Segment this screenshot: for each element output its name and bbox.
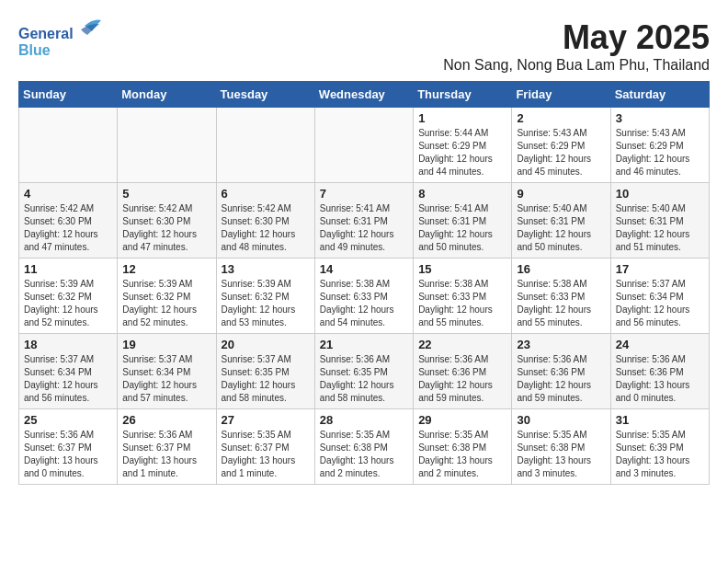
day-number: 13 xyxy=(222,262,310,276)
day-info: Sunrise: 5:38 AM Sunset: 6:33 PM Dayligh… xyxy=(320,278,408,329)
weekday-header-monday: Monday xyxy=(118,82,216,108)
week-row-5: 25Sunrise: 5:36 AM Sunset: 6:37 PM Dayli… xyxy=(19,409,710,485)
svg-text:General: General xyxy=(18,26,74,41)
sub-title: Non Sang, Nong Bua Lam Phu, Thailand xyxy=(443,57,710,74)
day-number: 25 xyxy=(24,413,112,427)
calendar-cell: 17Sunrise: 5:37 AM Sunset: 6:34 PM Dayli… xyxy=(610,259,709,334)
day-info: Sunrise: 5:35 AM Sunset: 6:38 PM Dayligh… xyxy=(418,429,506,480)
week-row-1: 1Sunrise: 5:44 AM Sunset: 6:29 PM Daylig… xyxy=(19,108,710,183)
day-number: 18 xyxy=(24,338,112,351)
day-number: 4 xyxy=(24,187,112,201)
calendar-cell: 30Sunrise: 5:35 AM Sunset: 6:38 PM Dayli… xyxy=(512,409,610,485)
weekday-header-friday: Friday xyxy=(512,82,610,108)
day-info: Sunrise: 5:35 AM Sunset: 6:38 PM Dayligh… xyxy=(320,429,408,480)
day-info: Sunrise: 5:38 AM Sunset: 6:33 PM Dayligh… xyxy=(517,278,605,329)
day-info: Sunrise: 5:35 AM Sunset: 6:38 PM Dayligh… xyxy=(517,429,605,480)
day-info: Sunrise: 5:35 AM Sunset: 6:37 PM Dayligh… xyxy=(222,429,310,480)
day-number: 11 xyxy=(24,262,112,276)
day-info: Sunrise: 5:35 AM Sunset: 6:39 PM Dayligh… xyxy=(616,429,704,480)
calendar-cell: 24Sunrise: 5:36 AM Sunset: 6:36 PM Dayli… xyxy=(610,334,709,409)
svg-text:Blue: Blue xyxy=(18,42,51,58)
weekday-header-saturday: Saturday xyxy=(610,82,709,108)
calendar-cell: 4Sunrise: 5:42 AM Sunset: 6:30 PM Daylig… xyxy=(19,183,118,259)
calendar-cell: 25Sunrise: 5:36 AM Sunset: 6:37 PM Dayli… xyxy=(19,409,118,485)
day-number: 3 xyxy=(616,111,704,125)
weekday-header-row: SundayMondayTuesdayWednesdayThursdayFrid… xyxy=(19,82,710,108)
calendar-cell: 13Sunrise: 5:39 AM Sunset: 6:32 PM Dayli… xyxy=(216,259,314,334)
day-number: 23 xyxy=(517,338,605,351)
day-info: Sunrise: 5:42 AM Sunset: 6:30 PM Dayligh… xyxy=(24,202,112,254)
day-info: Sunrise: 5:37 AM Sunset: 6:34 PM Dayligh… xyxy=(122,353,210,405)
day-info: Sunrise: 5:36 AM Sunset: 6:37 PM Dayligh… xyxy=(122,429,210,480)
calendar-cell xyxy=(19,108,118,183)
calendar-cell: 1Sunrise: 5:44 AM Sunset: 6:29 PM Daylig… xyxy=(414,108,512,183)
calendar-cell: 27Sunrise: 5:35 AM Sunset: 6:37 PM Dayli… xyxy=(216,409,314,485)
day-info: Sunrise: 5:41 AM Sunset: 6:31 PM Dayligh… xyxy=(320,202,408,254)
day-info: Sunrise: 5:39 AM Sunset: 6:32 PM Dayligh… xyxy=(24,278,112,329)
day-info: Sunrise: 5:37 AM Sunset: 6:35 PM Dayligh… xyxy=(222,353,310,405)
logo: General Blue xyxy=(18,18,101,68)
day-number: 15 xyxy=(418,262,506,276)
calendar-cell: 19Sunrise: 5:37 AM Sunset: 6:34 PM Dayli… xyxy=(118,334,216,409)
page-header: General Blue May 2025 Non Sang, Nong Bua… xyxy=(18,18,710,74)
day-info: Sunrise: 5:39 AM Sunset: 6:32 PM Dayligh… xyxy=(122,278,210,329)
calendar-cell: 2Sunrise: 5:43 AM Sunset: 6:29 PM Daylig… xyxy=(512,108,610,183)
calendar-cell: 10Sunrise: 5:40 AM Sunset: 6:31 PM Dayli… xyxy=(610,183,709,259)
calendar-cell: 26Sunrise: 5:36 AM Sunset: 6:37 PM Dayli… xyxy=(118,409,216,485)
calendar-cell: 12Sunrise: 5:39 AM Sunset: 6:32 PM Dayli… xyxy=(118,259,216,334)
calendar-table: SundayMondayTuesdayWednesdayThursdayFrid… xyxy=(18,81,710,485)
day-number: 14 xyxy=(320,262,408,276)
calendar-cell: 29Sunrise: 5:35 AM Sunset: 6:38 PM Dayli… xyxy=(414,409,512,485)
day-number: 10 xyxy=(616,187,704,201)
day-number: 20 xyxy=(222,338,310,351)
day-number: 31 xyxy=(616,413,704,427)
calendar-cell: 21Sunrise: 5:36 AM Sunset: 6:35 PM Dayli… xyxy=(314,334,413,409)
day-info: Sunrise: 5:36 AM Sunset: 6:36 PM Dayligh… xyxy=(418,353,506,405)
calendar-cell xyxy=(118,108,216,183)
calendar-cell: 3Sunrise: 5:43 AM Sunset: 6:29 PM Daylig… xyxy=(610,108,709,183)
calendar-cell: 16Sunrise: 5:38 AM Sunset: 6:33 PM Dayli… xyxy=(512,259,610,334)
day-number: 17 xyxy=(616,262,704,276)
day-info: Sunrise: 5:43 AM Sunset: 6:29 PM Dayligh… xyxy=(616,127,704,178)
day-number: 21 xyxy=(320,338,408,351)
day-number: 1 xyxy=(418,111,506,125)
day-info: Sunrise: 5:39 AM Sunset: 6:32 PM Dayligh… xyxy=(222,278,310,329)
day-info: Sunrise: 5:40 AM Sunset: 6:31 PM Dayligh… xyxy=(517,202,605,254)
calendar-cell: 7Sunrise: 5:41 AM Sunset: 6:31 PM Daylig… xyxy=(314,183,413,259)
calendar-cell xyxy=(314,108,413,183)
calendar-cell: 6Sunrise: 5:42 AM Sunset: 6:30 PM Daylig… xyxy=(216,183,314,259)
calendar-cell: 23Sunrise: 5:36 AM Sunset: 6:36 PM Dayli… xyxy=(512,334,610,409)
day-info: Sunrise: 5:36 AM Sunset: 6:35 PM Dayligh… xyxy=(320,353,408,405)
calendar-cell: 18Sunrise: 5:37 AM Sunset: 6:34 PM Dayli… xyxy=(19,334,118,409)
calendar-cell: 31Sunrise: 5:35 AM Sunset: 6:39 PM Dayli… xyxy=(610,409,709,485)
calendar-cell xyxy=(216,108,314,183)
day-info: Sunrise: 5:43 AM Sunset: 6:29 PM Dayligh… xyxy=(517,127,605,178)
calendar-cell: 11Sunrise: 5:39 AM Sunset: 6:32 PM Dayli… xyxy=(19,259,118,334)
main-title: May 2025 xyxy=(443,18,710,57)
day-number: 19 xyxy=(122,338,210,351)
day-info: Sunrise: 5:38 AM Sunset: 6:33 PM Dayligh… xyxy=(418,278,506,329)
day-number: 7 xyxy=(320,187,408,201)
day-number: 16 xyxy=(517,262,605,276)
day-info: Sunrise: 5:36 AM Sunset: 6:37 PM Dayligh… xyxy=(24,429,112,480)
day-number: 2 xyxy=(517,111,605,125)
day-number: 28 xyxy=(320,413,408,427)
calendar-cell: 8Sunrise: 5:41 AM Sunset: 6:31 PM Daylig… xyxy=(414,183,512,259)
day-number: 24 xyxy=(616,338,704,351)
calendar-cell: 5Sunrise: 5:42 AM Sunset: 6:30 PM Daylig… xyxy=(118,183,216,259)
logo: General Blue xyxy=(18,18,101,68)
day-info: Sunrise: 5:42 AM Sunset: 6:30 PM Dayligh… xyxy=(222,202,310,254)
calendar-cell: 9Sunrise: 5:40 AM Sunset: 6:31 PM Daylig… xyxy=(512,183,610,259)
day-number: 22 xyxy=(418,338,506,351)
day-number: 26 xyxy=(122,413,210,427)
day-number: 9 xyxy=(517,187,605,201)
weekday-header-wednesday: Wednesday xyxy=(314,82,413,108)
calendar-cell: 28Sunrise: 5:35 AM Sunset: 6:38 PM Dayli… xyxy=(314,409,413,485)
weekday-header-thursday: Thursday xyxy=(414,82,512,108)
calendar-cell: 20Sunrise: 5:37 AM Sunset: 6:35 PM Dayli… xyxy=(216,334,314,409)
day-number: 27 xyxy=(222,413,310,427)
day-info: Sunrise: 5:37 AM Sunset: 6:34 PM Dayligh… xyxy=(616,278,704,329)
day-number: 5 xyxy=(122,187,210,201)
logo-svg: General Blue xyxy=(18,18,101,64)
calendar-cell: 22Sunrise: 5:36 AM Sunset: 6:36 PM Dayli… xyxy=(414,334,512,409)
